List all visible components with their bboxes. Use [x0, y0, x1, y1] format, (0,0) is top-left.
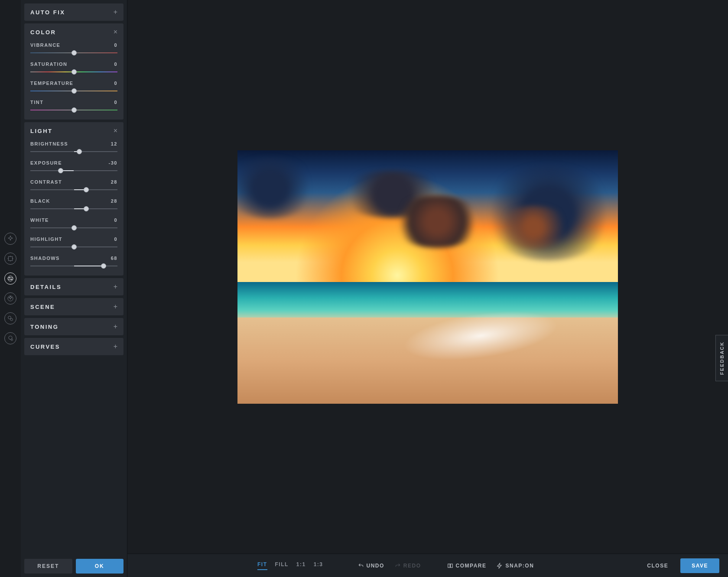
- slider-label: BRIGHTNESS: [30, 141, 68, 146]
- ok-button[interactable]: OK: [76, 559, 124, 574]
- redo-label: REDO: [403, 563, 421, 569]
- plus-icon[interactable]: +: [114, 343, 117, 350]
- group-header-auto-fix[interactable]: AUTO FIX +: [24, 3, 124, 21]
- slider-handle[interactable]: [72, 107, 77, 113]
- group-header-light[interactable]: LIGHT ×: [24, 122, 124, 139]
- slider-label: BLACK: [30, 198, 50, 204]
- slider-value: 12: [111, 141, 117, 146]
- group-details: DETAILS +: [24, 278, 124, 295]
- tool-rail: [0, 0, 21, 577]
- snap-label: SNAP:ON: [505, 563, 534, 569]
- slider-label: WHITE: [30, 217, 49, 223]
- slider-row: EXPOSURE -30: [30, 160, 117, 173]
- snap-button[interactable]: SNAP:ON: [497, 563, 534, 569]
- slider-shadows[interactable]: [30, 263, 117, 269]
- redo-button: REDO: [395, 563, 421, 569]
- slider-value: 0: [114, 62, 117, 67]
- slider-row: TINT 0: [30, 100, 117, 113]
- group-title: AUTO FIX: [30, 9, 65, 16]
- slider-row: BRIGHTNESS 12: [30, 141, 117, 154]
- slider-handle[interactable]: [72, 88, 77, 94]
- slider-handle[interactable]: [101, 263, 106, 269]
- svg-rect-9: [448, 564, 450, 567]
- slider-handle[interactable]: [84, 187, 89, 192]
- slider-handle[interactable]: [72, 225, 77, 230]
- crop-icon[interactable]: [4, 253, 16, 265]
- svg-rect-0: [8, 256, 12, 260]
- plus-icon[interactable]: +: [114, 303, 117, 310]
- slider-label: CONTRAST: [30, 179, 62, 185]
- slider-row: VIBRANCE 0: [30, 42, 117, 55]
- canvas-area: FEEDBACK FIT FILL 1:1 1:3 UNDO REDO: [127, 0, 728, 577]
- close-icon[interactable]: ×: [114, 127, 117, 134]
- group-title: DETAILS: [30, 284, 62, 290]
- group-header-scene[interactable]: SCENE +: [24, 298, 124, 315]
- slider-value: 0: [114, 217, 117, 223]
- slider-tint[interactable]: [30, 107, 117, 113]
- svg-point-2: [9, 277, 10, 278]
- plus-icon[interactable]: +: [114, 9, 117, 16]
- history-group: UNDO REDO: [358, 563, 421, 569]
- slider-label: SHADOWS: [30, 256, 60, 261]
- zoom-1-3[interactable]: 1:3: [314, 561, 323, 570]
- slider-black[interactable]: [30, 206, 117, 211]
- group-header-curves[interactable]: CURVES +: [24, 338, 124, 355]
- slider-handle[interactable]: [72, 244, 77, 250]
- auto-icon[interactable]: [4, 233, 16, 245]
- feedback-tab[interactable]: FEEDBACK: [715, 335, 728, 381]
- shapes-icon[interactable]: [4, 312, 16, 324]
- plus-icon[interactable]: +: [114, 283, 117, 290]
- zoom-1-1[interactable]: 1:1: [296, 561, 306, 570]
- save-button[interactable]: SAVE: [680, 558, 719, 573]
- compare-button[interactable]: COMPARE: [447, 563, 487, 569]
- undo-button[interactable]: UNDO: [358, 563, 384, 569]
- slider-value: 0: [114, 81, 117, 86]
- bottom-toolbar: FIT FILL 1:1 1:3 UNDO REDO COMPARE: [127, 554, 728, 577]
- slider-handle[interactable]: [72, 69, 77, 75]
- slider-handle[interactable]: [72, 50, 77, 55]
- effects-icon[interactable]: [4, 292, 16, 305]
- compare-icon: [447, 563, 453, 569]
- slider-value: 0: [114, 237, 117, 242]
- slider-row: CONTRAST 28: [30, 179, 117, 192]
- reset-button[interactable]: RESET: [24, 559, 72, 574]
- zoom-fit[interactable]: FIT: [257, 561, 267, 570]
- slider-exposure[interactable]: [30, 168, 117, 173]
- svg-point-5: [8, 316, 11, 319]
- group-title: SCENE: [30, 304, 55, 310]
- brush-icon[interactable]: [4, 332, 16, 344]
- slider-value: 0: [114, 42, 117, 48]
- canvas-viewport[interactable]: [127, 0, 728, 554]
- svg-point-8: [11, 339, 13, 340]
- slider-temperature[interactable]: [30, 88, 117, 94]
- zoom-fill[interactable]: FILL: [275, 561, 289, 570]
- group-header-details[interactable]: DETAILS +: [24, 278, 124, 295]
- group-light: LIGHT × BRIGHTNESS 12 EXPOSURE -30: [24, 122, 124, 276]
- plus-icon[interactable]: +: [114, 323, 117, 330]
- close-icon[interactable]: ×: [114, 29, 117, 36]
- slider-label: EXPOSURE: [30, 160, 62, 165]
- slider-handle[interactable]: [77, 149, 82, 154]
- group-header-toning[interactable]: TONING +: [24, 318, 124, 335]
- slider-handle[interactable]: [84, 206, 89, 211]
- slider-saturation[interactable]: [30, 69, 117, 75]
- close-button[interactable]: CLOSE: [641, 558, 674, 573]
- zoom-group: FIT FILL 1:1 1:3: [257, 561, 323, 570]
- slider-brightness[interactable]: [30, 149, 117, 154]
- slider-value: -30: [109, 160, 117, 165]
- slider-vibrance[interactable]: [30, 50, 117, 55]
- adjust-panel: AUTO FIX + COLOR × VIBRANCE 0 SATURATION: [21, 0, 127, 577]
- group-header-color[interactable]: COLOR ×: [24, 23, 124, 41]
- slider-contrast[interactable]: [30, 187, 117, 192]
- slider-handle[interactable]: [58, 168, 63, 173]
- group-color: COLOR × VIBRANCE 0 SATURATION 0: [24, 23, 124, 120]
- compare-label: COMPARE: [456, 563, 487, 569]
- undo-label: UNDO: [367, 563, 384, 569]
- action-group: CLOSE SAVE: [641, 558, 719, 573]
- slider-white[interactable]: [30, 225, 117, 230]
- svg-rect-10: [450, 564, 452, 567]
- slider-row: BLACK 28: [30, 198, 117, 211]
- app-root: AUTO FIX + COLOR × VIBRANCE 0 SATURATION: [0, 0, 728, 577]
- adjust-icon[interactable]: [4, 272, 16, 285]
- slider-highlight[interactable]: [30, 244, 117, 250]
